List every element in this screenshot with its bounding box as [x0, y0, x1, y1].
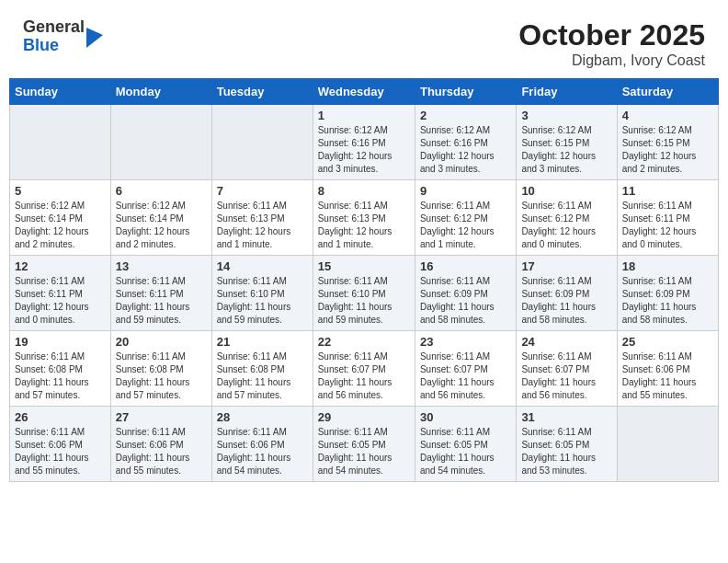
day-info: Sunrise: 6:11 AM Sunset: 6:09 PM Dayligh… [521, 275, 611, 327]
day-info: Sunrise: 6:12 AM Sunset: 6:15 PM Dayligh… [622, 124, 713, 176]
calendar-day-cell: 7Sunrise: 6:11 AM Sunset: 6:13 PM Daylig… [211, 180, 313, 256]
day-number: 24 [521, 335, 611, 349]
day-info: Sunrise: 6:11 AM Sunset: 6:07 PM Dayligh… [318, 350, 410, 402]
day-number: 6 [116, 184, 207, 198]
day-number: 27 [116, 410, 207, 424]
day-number: 3 [521, 109, 611, 122]
calendar-week-row: 12Sunrise: 6:11 AM Sunset: 6:11 PM Dayli… [10, 256, 719, 331]
day-info: Sunrise: 6:11 AM Sunset: 6:05 PM Dayligh… [420, 426, 511, 477]
calendar-day-cell: 10Sunrise: 6:11 AM Sunset: 6:12 PM Dayli… [517, 180, 617, 256]
day-info: Sunrise: 6:12 AM Sunset: 6:15 PM Dayligh… [521, 124, 611, 176]
weekday-header-row: SundayMondayTuesdayWednesdayThursdayFrid… [10, 79, 719, 105]
weekday-header-saturday: Saturday [617, 79, 718, 105]
day-info: Sunrise: 6:11 AM Sunset: 6:11 PM Dayligh… [116, 275, 207, 327]
day-info: Sunrise: 6:11 AM Sunset: 6:06 PM Dayligh… [116, 426, 207, 477]
logo-general: General [23, 18, 85, 37]
calendar-day-cell: 3Sunrise: 6:12 AM Sunset: 6:15 PM Daylig… [517, 105, 617, 180]
weekday-header-sunday: Sunday [10, 79, 111, 105]
day-info: Sunrise: 6:11 AM Sunset: 6:10 PM Dayligh… [217, 275, 308, 327]
day-info: Sunrise: 6:12 AM Sunset: 6:16 PM Dayligh… [420, 124, 511, 176]
day-info: Sunrise: 6:11 AM Sunset: 6:05 PM Dayligh… [318, 426, 410, 477]
day-number: 9 [420, 184, 511, 198]
calendar-day-cell: 13Sunrise: 6:11 AM Sunset: 6:11 PM Dayli… [110, 256, 211, 331]
weekday-header-friday: Friday [517, 79, 617, 105]
weekday-header-thursday: Thursday [415, 79, 516, 105]
calendar-day-cell: 20Sunrise: 6:11 AM Sunset: 6:08 PM Dayli… [110, 331, 211, 407]
calendar-day-cell [110, 105, 211, 180]
day-number: 1 [318, 109, 410, 122]
location-subtitle: Digbam, Ivory Coast [518, 52, 705, 69]
calendar-day-cell: 23Sunrise: 6:11 AM Sunset: 6:07 PM Dayli… [415, 331, 516, 407]
day-info: Sunrise: 6:11 AM Sunset: 6:12 PM Dayligh… [521, 200, 611, 251]
calendar-day-cell: 16Sunrise: 6:11 AM Sunset: 6:09 PM Dayli… [415, 256, 516, 331]
day-number: 5 [15, 184, 106, 198]
day-number: 8 [318, 184, 410, 198]
calendar-day-cell [617, 407, 718, 482]
day-info: Sunrise: 6:11 AM Sunset: 6:07 PM Dayligh… [420, 350, 511, 402]
calendar-day-cell: 30Sunrise: 6:11 AM Sunset: 6:05 PM Dayli… [415, 407, 516, 482]
day-number: 22 [318, 335, 410, 349]
day-number: 13 [116, 259, 207, 273]
logo-blue: Blue [23, 37, 85, 55]
weekday-header-tuesday: Tuesday [211, 79, 313, 105]
weekday-header-wednesday: Wednesday [313, 79, 415, 105]
calendar-table: SundayMondayTuesdayWednesdayThursdayFrid… [9, 78, 719, 482]
calendar-day-cell [211, 105, 313, 180]
calendar-day-cell: 8Sunrise: 6:11 AM Sunset: 6:13 PM Daylig… [313, 180, 415, 256]
day-info: Sunrise: 6:11 AM Sunset: 6:12 PM Dayligh… [420, 200, 511, 251]
calendar-day-cell: 9Sunrise: 6:11 AM Sunset: 6:12 PM Daylig… [415, 180, 516, 256]
day-info: Sunrise: 6:11 AM Sunset: 6:08 PM Dayligh… [15, 350, 106, 402]
calendar-day-cell: 28Sunrise: 6:11 AM Sunset: 6:06 PM Dayli… [211, 407, 313, 482]
calendar-day-cell: 11Sunrise: 6:11 AM Sunset: 6:11 PM Dayli… [617, 180, 718, 256]
logo: General Blue [23, 18, 103, 55]
calendar-day-cell: 17Sunrise: 6:11 AM Sunset: 6:09 PM Dayli… [517, 256, 617, 331]
weekday-header-monday: Monday [110, 79, 211, 105]
calendar-day-cell: 19Sunrise: 6:11 AM Sunset: 6:08 PM Dayli… [10, 331, 111, 407]
day-info: Sunrise: 6:11 AM Sunset: 6:06 PM Dayligh… [15, 426, 106, 477]
day-number: 2 [420, 109, 511, 122]
day-number: 20 [116, 335, 207, 349]
day-number: 10 [521, 184, 611, 198]
calendar-day-cell: 24Sunrise: 6:11 AM Sunset: 6:07 PM Dayli… [517, 331, 617, 407]
calendar-day-cell: 21Sunrise: 6:11 AM Sunset: 6:08 PM Dayli… [211, 331, 313, 407]
day-info: Sunrise: 6:11 AM Sunset: 6:09 PM Dayligh… [420, 275, 511, 327]
calendar-week-row: 5Sunrise: 6:12 AM Sunset: 6:14 PM Daylig… [10, 180, 719, 256]
calendar-day-cell: 6Sunrise: 6:12 AM Sunset: 6:14 PM Daylig… [110, 180, 211, 256]
day-number: 16 [420, 259, 511, 273]
day-info: Sunrise: 6:11 AM Sunset: 6:11 PM Dayligh… [622, 200, 713, 251]
day-info: Sunrise: 6:11 AM Sunset: 6:08 PM Dayligh… [116, 350, 207, 402]
day-number: 30 [420, 410, 511, 424]
day-info: Sunrise: 6:11 AM Sunset: 6:09 PM Dayligh… [622, 275, 713, 327]
calendar-week-row: 1Sunrise: 6:12 AM Sunset: 6:16 PM Daylig… [10, 105, 719, 180]
day-number: 17 [521, 259, 611, 273]
day-info: Sunrise: 6:11 AM Sunset: 6:06 PM Dayligh… [622, 350, 713, 402]
day-number: 12 [15, 259, 106, 273]
day-info: Sunrise: 6:11 AM Sunset: 6:11 PM Dayligh… [15, 275, 106, 327]
calendar-week-row: 19Sunrise: 6:11 AM Sunset: 6:08 PM Dayli… [10, 331, 719, 407]
day-info: Sunrise: 6:12 AM Sunset: 6:14 PM Dayligh… [15, 200, 106, 251]
month-year-title: October 2025 [518, 18, 705, 52]
calendar-day-cell: 14Sunrise: 6:11 AM Sunset: 6:10 PM Dayli… [211, 256, 313, 331]
calendar-day-cell: 25Sunrise: 6:11 AM Sunset: 6:06 PM Dayli… [617, 331, 718, 407]
page-header: General Blue October 2025 Digbam, Ivory … [9, 9, 719, 74]
svg-marker-0 [86, 28, 103, 48]
title-block: October 2025 Digbam, Ivory Coast [518, 18, 705, 69]
day-number: 7 [217, 184, 308, 198]
day-info: Sunrise: 6:11 AM Sunset: 6:07 PM Dayligh… [521, 350, 611, 402]
day-number: 15 [318, 259, 410, 273]
calendar-day-cell: 26Sunrise: 6:11 AM Sunset: 6:06 PM Dayli… [10, 407, 111, 482]
day-info: Sunrise: 6:11 AM Sunset: 6:08 PM Dayligh… [217, 350, 308, 402]
day-info: Sunrise: 6:11 AM Sunset: 6:10 PM Dayligh… [318, 275, 410, 327]
day-info: Sunrise: 6:11 AM Sunset: 6:06 PM Dayligh… [217, 426, 308, 477]
calendar-day-cell: 22Sunrise: 6:11 AM Sunset: 6:07 PM Dayli… [313, 331, 415, 407]
day-info: Sunrise: 6:11 AM Sunset: 6:05 PM Dayligh… [521, 426, 611, 477]
logo-icon [86, 28, 103, 48]
day-number: 18 [622, 259, 713, 273]
logo-text: General Blue [23, 18, 85, 55]
day-number: 19 [15, 335, 106, 349]
day-info: Sunrise: 6:12 AM Sunset: 6:14 PM Dayligh… [116, 200, 207, 251]
calendar-day-cell: 27Sunrise: 6:11 AM Sunset: 6:06 PM Dayli… [110, 407, 211, 482]
day-number: 4 [622, 109, 713, 122]
calendar-day-cell: 5Sunrise: 6:12 AM Sunset: 6:14 PM Daylig… [10, 180, 111, 256]
calendar-day-cell [10, 105, 111, 180]
